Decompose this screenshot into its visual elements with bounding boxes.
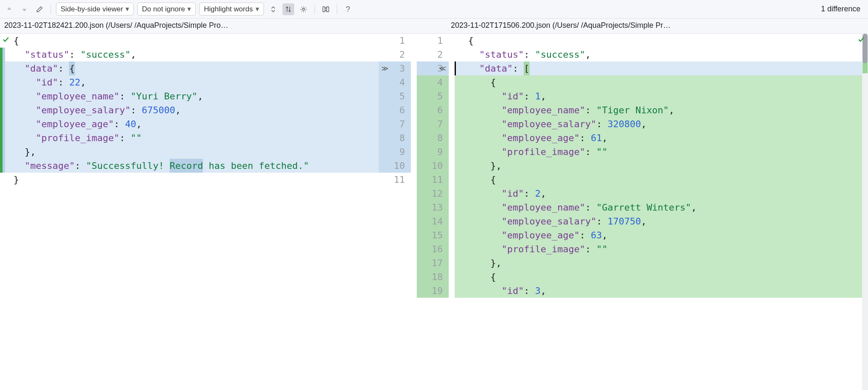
- code-line[interactable]: "employee_age": 63,: [455, 228, 868, 242]
- code-line[interactable]: "data": {: [0, 61, 379, 75]
- gutter-line: 5: [379, 89, 411, 103]
- cursor: [455, 61, 456, 75]
- right-pane[interactable]: { "status": "success", "data": [ { "id":…: [455, 34, 868, 390]
- gutter-line: 3≫: [379, 61, 411, 75]
- highlight-mode-label: Highlight words: [204, 5, 253, 13]
- gutter-line: 5: [417, 89, 449, 103]
- chevron-down-icon: ▾: [125, 5, 129, 13]
- code-line[interactable]: "id": 2,: [455, 187, 868, 200]
- gutter-line: 16: [417, 242, 449, 256]
- code-line[interactable]: },: [455, 159, 868, 173]
- ignore-policy-label: Do not ignore: [142, 5, 185, 13]
- gutter-line: 9: [379, 145, 411, 159]
- separator: [337, 5, 337, 14]
- code-line[interactable]: "profile_image": "": [0, 131, 379, 145]
- code-line[interactable]: "employee_age": 61,: [455, 131, 868, 145]
- collapse-unchanged-button[interactable]: [267, 3, 279, 15]
- gutter-line: 4: [417, 75, 449, 89]
- code-line[interactable]: "id": 22,: [0, 75, 379, 89]
- code-line[interactable]: "employee_age": 40,: [0, 117, 379, 131]
- code-line[interactable]: "employee_salary": 320800,: [455, 117, 868, 131]
- gutter-line: 2: [379, 48, 411, 61]
- right-file-path: 2023-11-02T171506.200.json (/Users/ /Aqu…: [434, 19, 868, 33]
- code-line[interactable]: "status": "success",: [455, 48, 868, 61]
- code-line[interactable]: {: [455, 34, 868, 48]
- gutter-line: 2: [417, 48, 449, 61]
- sync-scroll-button[interactable]: [282, 3, 294, 15]
- gutter-line: 1: [417, 34, 449, 48]
- code-line[interactable]: "employee_name": "Yuri Berry",: [0, 89, 379, 103]
- gutter-line: 4: [379, 75, 411, 89]
- gutter-line: 11: [379, 173, 411, 187]
- left-gutter: 123≫4567891011: [379, 34, 417, 390]
- gutter-line: 6: [417, 103, 449, 117]
- code-line[interactable]: "profile_image": "": [455, 145, 868, 159]
- prev-diff-button[interactable]: [3, 3, 15, 15]
- code-line[interactable]: }: [0, 173, 379, 187]
- view-mode-label: Side-by-side viewer: [61, 5, 123, 13]
- check-icon: [857, 35, 865, 44]
- ignore-policy-select[interactable]: Do not ignore ▾: [137, 3, 196, 16]
- gutter-line: 9: [417, 145, 449, 159]
- chevron-down-icon: ▾: [187, 5, 191, 13]
- gutter-line: 12: [417, 187, 449, 200]
- gutter-line: 3≪: [417, 61, 449, 75]
- diff-toolbar: Side-by-side viewer ▾ Do not ignore ▾ Hi…: [0, 0, 868, 19]
- left-pane[interactable]: { "status": "success", "data": { "id": 2…: [0, 34, 379, 390]
- left-file-path: 2023-11-02T182421.200.json (/Users/ /Aqu…: [0, 19, 434, 33]
- gutter-line: 10: [379, 159, 411, 173]
- right-gutter: 123≪45678910111213141516171819: [417, 34, 455, 390]
- help-button[interactable]: ?: [342, 3, 354, 15]
- gutter: 123≫4567891011 123≪456789101112131415161…: [379, 34, 455, 390]
- code-line[interactable]: "employee_salary": 675000,: [0, 103, 379, 117]
- gutter-line: 18: [417, 270, 449, 284]
- code-line[interactable]: "id": 1,: [455, 89, 868, 103]
- gutter-line: 8: [417, 131, 449, 145]
- scrollbar[interactable]: [862, 34, 868, 390]
- view-mode-select[interactable]: Side-by-side viewer ▾: [56, 3, 134, 16]
- code-line[interactable]: {: [455, 75, 868, 89]
- svg-rect-2: [327, 7, 329, 12]
- code-line[interactable]: {: [455, 173, 868, 187]
- edit-button[interactable]: [34, 3, 45, 15]
- gutter-line: 1: [379, 34, 411, 48]
- code-line[interactable]: "employee_name": "Tiger Nixon",: [455, 103, 868, 117]
- change-stripe: [0, 48, 3, 173]
- svg-rect-1: [323, 7, 325, 12]
- gutter-line: 13: [417, 200, 449, 214]
- code-line[interactable]: "message": "Successfully! Record has bee…: [0, 159, 379, 173]
- code-line[interactable]: "employee_salary": 170750,: [455, 214, 868, 228]
- settings-button[interactable]: [298, 3, 309, 15]
- gutter-line: 11: [417, 173, 449, 187]
- separator: [51, 5, 51, 14]
- gutter-line: 7: [379, 117, 411, 131]
- separator: [314, 5, 315, 14]
- swap-sides-button[interactable]: [320, 3, 332, 15]
- next-diff-button[interactable]: [19, 3, 30, 15]
- gutter-line: 10: [417, 159, 449, 173]
- code-line[interactable]: "status": "success",: [0, 48, 379, 61]
- gutter-line: 19: [417, 284, 449, 298]
- gutter-line: 6: [379, 103, 411, 117]
- code-line[interactable]: {: [0, 34, 379, 48]
- code-line[interactable]: },: [455, 256, 868, 270]
- svg-point-0: [302, 8, 304, 10]
- highlight-mode-select[interactable]: Highlight words ▾: [199, 3, 264, 16]
- diff-count-label: 1 difference: [821, 5, 865, 13]
- chevron-down-icon: ▾: [256, 5, 259, 13]
- check-icon: [2, 35, 10, 44]
- code-line[interactable]: "id": 3,: [455, 284, 868, 298]
- merge-right-icon[interactable]: ≫: [381, 61, 389, 75]
- code-line[interactable]: "employee_name": "Garrett Winters",: [455, 200, 868, 214]
- gutter-line: 8: [379, 131, 411, 145]
- diff-area: { "status": "success", "data": { "id": 2…: [0, 34, 868, 390]
- code-line[interactable]: },: [0, 145, 379, 159]
- merge-left-icon[interactable]: ≪: [439, 61, 446, 75]
- gutter-line: 17: [417, 256, 449, 270]
- file-path-bar: 2023-11-02T182421.200.json (/Users/ /Aqu…: [0, 19, 868, 34]
- code-line[interactable]: {: [455, 270, 868, 284]
- gutter-line: 7: [417, 117, 449, 131]
- gutter-line: 15: [417, 228, 449, 242]
- code-line[interactable]: "data": [: [455, 61, 868, 75]
- code-line[interactable]: "profile_image": "": [455, 242, 868, 256]
